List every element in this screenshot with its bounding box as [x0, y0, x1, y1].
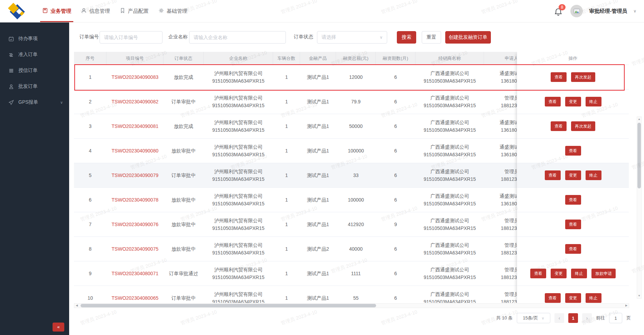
- user-name[interactable]: 审批经理-管理员: [589, 8, 627, 15]
- nav-item-user[interactable]: 信息管理: [76, 0, 115, 22]
- cell-amount: 40000: [336, 245, 376, 253]
- cell-period: 6: [376, 245, 416, 253]
- cell-period: 6: [376, 122, 416, 130]
- watermark-text: 管理员 2023-4-10: [180, 309, 218, 326]
- cell-line: 1: [285, 196, 288, 204]
- cell-line: 100000: [348, 196, 364, 204]
- nav-item-journal[interactable]: 业务管理: [37, 0, 76, 22]
- view-button[interactable]: 查看: [545, 97, 561, 106]
- cell-line: TSWO202304090082: [112, 98, 158, 105]
- view-button[interactable]: 查看: [545, 293, 561, 303]
- cell-line: 91510503MA634PXR15: [423, 175, 476, 183]
- cell-amount: 12000: [336, 73, 376, 81]
- vertical-scrollbar[interactable]: ▲ ▼: [637, 117, 642, 299]
- view-button[interactable]: 查看: [551, 121, 567, 131]
- cell-project-code[interactable]: TSWO202304080065: [106, 294, 164, 302]
- cell-line: 1: [285, 270, 288, 277]
- vertical-scroll-track[interactable]: [637, 122, 641, 294]
- sidebar-item-layers[interactable]: 准入订单: [0, 47, 69, 63]
- cell-line: 9: [394, 221, 397, 228]
- company-input[interactable]: [189, 31, 286, 44]
- view-button[interactable]: 查看: [530, 269, 546, 278]
- cell-project-code[interactable]: TSWO202304090082: [106, 98, 164, 105]
- change-button[interactable]: 变更: [565, 170, 581, 180]
- cell-project-code[interactable]: TSWO202304090083: [106, 73, 164, 81]
- cell-amount: 79.9: [336, 98, 376, 105]
- horizontal-scrollbar[interactable]: ◀ ▶: [74, 303, 629, 308]
- prev-page-button[interactable]: ‹: [554, 313, 564, 323]
- view-button[interactable]: 查看: [565, 146, 581, 156]
- cell-project-code[interactable]: TSWO202304090078: [106, 196, 164, 204]
- sidebar-item-label: 授信订单: [18, 67, 38, 74]
- avatar[interactable]: [570, 5, 583, 17]
- create-wholesale-order-button[interactable]: 创建批发融资订单: [445, 31, 491, 44]
- cell-project-code[interactable]: TSWO202304080071: [106, 270, 164, 277]
- sidebar-item-calendar[interactable]: 待办事项: [0, 31, 69, 47]
- horizontal-scroll-track[interactable]: [79, 304, 624, 308]
- send-icon: [8, 100, 14, 105]
- vertical-scroll-thumb[interactable]: [637, 123, 641, 188]
- user-menu-chevron-down-icon[interactable]: ∨: [633, 9, 636, 13]
- horizontal-scroll-thumb[interactable]: [81, 304, 376, 307]
- terminate-button[interactable]: 终止: [586, 170, 601, 180]
- current-page-button[interactable]: 1: [568, 313, 578, 323]
- cell-project-code[interactable]: TSWO202304090080: [106, 147, 164, 155]
- cell-line: 泸州顺利汽贸有限公司: [214, 192, 263, 200]
- cell-line: TSWO202304090079: [112, 171, 158, 179]
- notification-bell-icon[interactable]: 8: [554, 6, 564, 17]
- resend-button[interactable]: 再次发起: [571, 72, 595, 82]
- cell-amount: 33: [336, 171, 376, 179]
- change-button[interactable]: 变更: [565, 97, 581, 106]
- actions-cell: 查看变更终止: [517, 90, 629, 114]
- view-button[interactable]: 查看: [565, 220, 581, 229]
- search-button[interactable]: 搜索: [397, 31, 416, 44]
- cell-line: TSWO202304090083: [112, 73, 158, 81]
- next-page-button[interactable]: ›: [582, 313, 592, 323]
- notification-badge: 8: [559, 4, 566, 10]
- view-button[interactable]: 查看: [565, 195, 581, 205]
- change-button[interactable]: 变更: [551, 269, 567, 278]
- cell-company: 泸州顺利汽贸有限公司91510503MA634PXR15: [204, 94, 273, 109]
- resend-button[interactable]: 再次发起: [571, 121, 595, 131]
- nav-item-bookmark[interactable]: 产品配置: [115, 0, 153, 22]
- cell-line: 6: [394, 122, 397, 130]
- cell-line: 广西通盛测试公司: [430, 241, 469, 249]
- terminate-button[interactable]: 终止: [586, 293, 601, 303]
- cell-company: 泸州顺利汽贸有限公司91510503MA634PXR15: [204, 241, 273, 257]
- cell-line: 广西通盛测试公司: [430, 69, 469, 77]
- view-button[interactable]: 查看: [551, 72, 567, 82]
- cell-amount: 100000: [336, 196, 376, 204]
- cell-line: 测试产品1: [307, 270, 329, 277]
- scroll-up-icon[interactable]: ▲: [638, 117, 641, 122]
- cell-seq: 2: [74, 98, 106, 105]
- scroll-right-icon[interactable]: ▶: [624, 304, 629, 308]
- goto-page-input[interactable]: [609, 313, 622, 323]
- cell-line: 412920: [348, 221, 364, 228]
- view-button[interactable]: 查看: [545, 170, 561, 180]
- order-status-select[interactable]: 请选择 ∨: [317, 31, 387, 44]
- sidebar-item-person[interactable]: 批发订单: [0, 78, 69, 94]
- terminate-button[interactable]: 终止: [586, 97, 601, 106]
- table-row: 1TSWO202304090083放款完成泸州顺利汽贸有限公司91510503M…: [74, 65, 539, 90]
- sidebar-item-send[interactable]: GPS报单∨: [0, 94, 69, 110]
- nav-item-gear[interactable]: 基础管理: [153, 0, 192, 22]
- terminate-button[interactable]: 终止: [571, 269, 587, 278]
- order-no-input[interactable]: [100, 31, 162, 44]
- cell-order-status: 订单审批中: [164, 171, 204, 179]
- sidebar-item-list[interactable]: 授信订单: [0, 63, 69, 78]
- cell-project-code[interactable]: TSWO202304090081: [106, 122, 164, 130]
- cell-project-code[interactable]: TSWO202304090079: [106, 171, 164, 179]
- change-button[interactable]: 变更: [565, 293, 581, 303]
- layers-icon: [8, 52, 14, 58]
- cell-project-code[interactable]: TSWO202304090076: [106, 221, 164, 228]
- sidebar-collapse-button[interactable]: «: [53, 323, 64, 332]
- page-size-select[interactable]: 15条/页 ∨: [517, 313, 550, 323]
- scroll-left-icon[interactable]: ◀: [74, 304, 79, 308]
- loan-apply-button[interactable]: 放款申请: [591, 269, 616, 278]
- reset-button[interactable]: 重置: [422, 31, 441, 44]
- cell-line: 广西通盛测试公司: [430, 290, 469, 298]
- cell-line: 1: [285, 122, 288, 130]
- scroll-down-icon[interactable]: ▼: [638, 294, 641, 298]
- view-button[interactable]: 查看: [565, 244, 581, 254]
- cell-project-code[interactable]: TSWO202304090075: [106, 245, 164, 253]
